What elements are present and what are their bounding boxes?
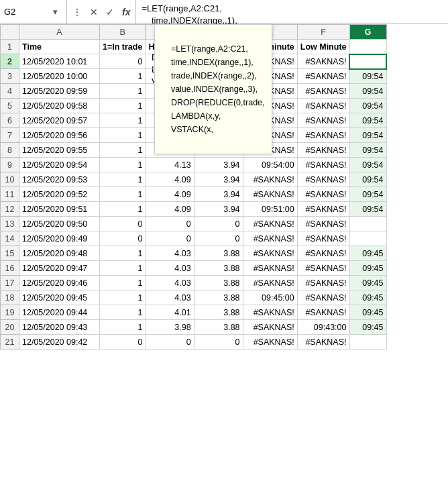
- row-header-10[interactable]: 10: [1, 172, 19, 187]
- cell-col-g-13[interactable]: [349, 217, 386, 231]
- cell-col-g-7[interactable]: 09:54: [349, 128, 386, 143]
- cell-col-f-8[interactable]: #SAKNAS!: [297, 143, 349, 158]
- cell-col-b-9[interactable]: 1: [100, 158, 146, 172]
- cell-col-a-6[interactable]: 12/05/2020 09:57: [19, 113, 100, 128]
- cell-col-f-13[interactable]: #SAKNAS!: [297, 217, 349, 231]
- cell-col-g-5[interactable]: 09:54: [349, 99, 386, 113]
- row-header-9[interactable]: 9: [1, 158, 19, 172]
- row-header-7[interactable]: 7: [1, 128, 19, 143]
- cell-col-g-9[interactable]: 09:54: [349, 158, 386, 172]
- cell-col-d-17[interactable]: 3.88: [194, 276, 243, 290]
- cell-col-e-21[interactable]: #SAKNAS!: [243, 335, 297, 350]
- cell-col-d-16[interactable]: 3.88: [194, 261, 243, 276]
- cell-col-f-3[interactable]: #SAKNAS!: [297, 69, 349, 84]
- cell-col-f-21[interactable]: #SAKNAS!: [297, 335, 349, 350]
- cell-col-e-18[interactable]: 09:45:00: [243, 290, 297, 305]
- row-header-18[interactable]: 18: [1, 290, 19, 305]
- cell-col-d-14[interactable]: 0: [194, 231, 243, 246]
- cell-col-b-16[interactable]: 1: [100, 261, 146, 276]
- cell-col-b-7[interactable]: 1: [100, 128, 146, 143]
- cell-col-d-15[interactable]: 3.88: [194, 246, 243, 261]
- cell-col-e-10[interactable]: #SAKNAS!: [243, 172, 297, 187]
- cell-col-d-18[interactable]: 3.88: [194, 290, 243, 305]
- name-box[interactable]: G2 ▾: [0, 0, 67, 23]
- cell-col-a-9[interactable]: 12/05/2020 09:54: [19, 158, 100, 172]
- cell-col-g-17[interactable]: 09:45: [349, 276, 386, 290]
- cell-col-a-20[interactable]: 12/05/2020 09:43: [19, 320, 100, 335]
- cell-col-f-16[interactable]: #SAKNAS!: [297, 261, 349, 276]
- row-header-16[interactable]: 16: [1, 261, 19, 276]
- row-header-19[interactable]: 19: [1, 305, 19, 320]
- cell-col-e-13[interactable]: #SAKNAS!: [243, 217, 297, 231]
- cell-col-c-18[interactable]: 4.03: [146, 290, 194, 305]
- cell-col-b-13[interactable]: 0: [100, 217, 146, 231]
- cell-col-g-12[interactable]: 09:54: [349, 202, 386, 217]
- cell-col-f-20[interactable]: 09:43:00: [297, 320, 349, 335]
- cell-col-f-6[interactable]: #SAKNAS!: [297, 113, 349, 128]
- cell-col-d-9[interactable]: 3.94: [194, 158, 243, 172]
- cell-reference-input[interactable]: G2: [4, 7, 51, 17]
- row-header-14[interactable]: 14: [1, 231, 19, 246]
- cell-col-e-15[interactable]: #SAKNAS!: [243, 246, 297, 261]
- cell-col-e-9[interactable]: 09:54:00: [243, 158, 297, 172]
- row-header-13[interactable]: 13: [1, 217, 19, 231]
- cell-col-g-1[interactable]: [349, 40, 386, 54]
- confirm-icon[interactable]: ✓: [103, 5, 117, 19]
- col-header-a[interactable]: A: [19, 25, 100, 40]
- cell-col-f-19[interactable]: #SAKNAS!: [297, 305, 349, 320]
- cell-col-b-8[interactable]: 1: [100, 143, 146, 158]
- cell-col-a-4[interactable]: 12/05/2020 09:59: [19, 84, 100, 99]
- cell-col-g-21[interactable]: [349, 335, 386, 350]
- cell-col-b-2[interactable]: 0: [100, 54, 146, 69]
- cell-col-a-7[interactable]: 12/05/2020 09:56: [19, 128, 100, 143]
- cell-col-c-17[interactable]: 4.03: [146, 276, 194, 290]
- cell-col-a-8[interactable]: 12/05/2020 09:55: [19, 143, 100, 158]
- cell-col-g-20[interactable]: 09:45: [349, 320, 386, 335]
- cell-col-c-19[interactable]: 4.01: [146, 305, 194, 320]
- cell-col-b-19[interactable]: 1: [100, 305, 146, 320]
- cell-col-c-14[interactable]: 0: [146, 231, 194, 246]
- cell-col-e-16[interactable]: #SAKNAS!: [243, 261, 297, 276]
- row-header-2[interactable]: 2: [1, 54, 19, 69]
- cell-col-c-16[interactable]: 4.03: [146, 261, 194, 276]
- cell-col-g-16[interactable]: 09:45: [349, 261, 386, 276]
- cell-col-a-17[interactable]: 12/05/2020 09:46: [19, 276, 100, 290]
- row-header-15[interactable]: 15: [1, 246, 19, 261]
- cell-col-g-2[interactable]: [349, 54, 386, 69]
- cell-col-c-21[interactable]: 0: [146, 335, 194, 350]
- row-header-20[interactable]: 20: [1, 320, 19, 335]
- row-header-12[interactable]: 12: [1, 202, 19, 217]
- cell-col-a-2[interactable]: 12/05/2020 10:01: [19, 54, 100, 69]
- cell-col-a-14[interactable]: 12/05/2020 09:49: [19, 231, 100, 246]
- cell-col-e-17[interactable]: #SAKNAS!: [243, 276, 297, 290]
- row-header-17[interactable]: 17: [1, 276, 19, 290]
- cell-col-g-6[interactable]: 09:54: [349, 113, 386, 128]
- cell-col-f-7[interactable]: #SAKNAS!: [297, 128, 349, 143]
- cell-col-c-13[interactable]: 0: [146, 217, 194, 231]
- cell-col-g-10[interactable]: 09:54: [349, 172, 386, 187]
- cell-col-d-10[interactable]: 3.94: [194, 172, 243, 187]
- cell-col-f-18[interactable]: #SAKNAS!: [297, 290, 349, 305]
- row-header-11[interactable]: 11: [1, 187, 19, 202]
- cell-col-c-10[interactable]: 4.09: [146, 172, 194, 187]
- cell-col-g-19[interactable]: 09:45: [349, 305, 386, 320]
- cell-col-e-11[interactable]: #SAKNAS!: [243, 187, 297, 202]
- formula-input[interactable]: =LET(range,A2:C21, time,INDEX(range,,1),…: [136, 0, 448, 23]
- cell-col-f-4[interactable]: #SAKNAS!: [297, 84, 349, 99]
- cell-col-f-15[interactable]: #SAKNAS!: [297, 246, 349, 261]
- col-header-b[interactable]: B: [100, 25, 146, 40]
- cell-col-b-11[interactable]: 1: [100, 187, 146, 202]
- cell-col-g-4[interactable]: 09:54: [349, 84, 386, 99]
- cell-col-b-3[interactable]: 1: [100, 69, 146, 84]
- row-header-6[interactable]: 6: [1, 113, 19, 128]
- cell-col-g-14[interactable]: [349, 231, 386, 246]
- row-header-4[interactable]: 4: [1, 84, 19, 99]
- cell-col-d-21[interactable]: 0: [194, 335, 243, 350]
- cell-col-c-20[interactable]: 3.98: [146, 320, 194, 335]
- cell-col-d-19[interactable]: 3.88: [194, 305, 243, 320]
- cell-col-e-12[interactable]: 09:51:00: [243, 202, 297, 217]
- row-header-1[interactable]: 1: [1, 40, 19, 54]
- cell-col-b-21[interactable]: 0: [100, 335, 146, 350]
- cell-col-a-12[interactable]: 12/05/2020 09:51: [19, 202, 100, 217]
- insert-function-icon[interactable]: fx: [119, 5, 133, 19]
